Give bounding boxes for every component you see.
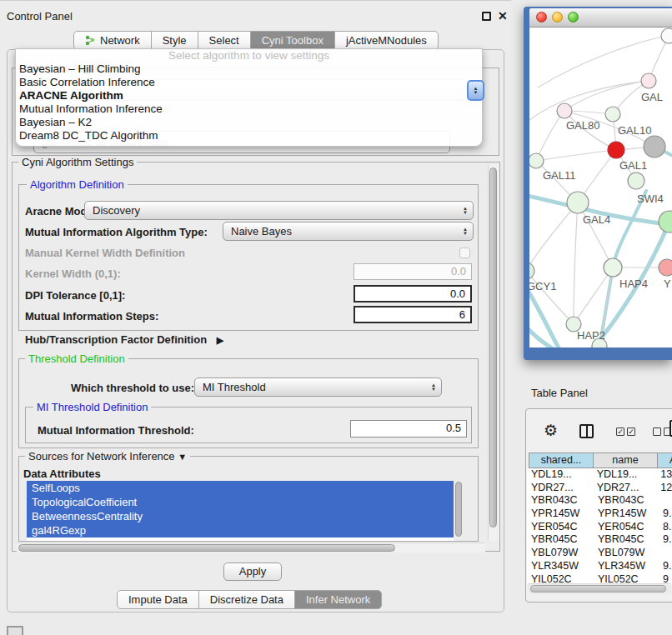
node-salmon[interactable] [659, 259, 672, 276]
kernel-width-label: Kernel Width (0,1): [25, 268, 121, 280]
mi-algorithm-type-combobox[interactable]: Naive Bayes ▲▼ [223, 222, 474, 241]
network-tab-icon [85, 35, 96, 46]
data-attributes-list: SelfLoops TopologicalCoefficient Between… [27, 481, 464, 541]
dropdown-item-bayesian-hill-climbing[interactable]: Bayesian – Hill Climbing [16, 62, 482, 76]
control-panel-tabs: Network Style Select Cyni Toolbox jActiv… [73, 31, 439, 50]
gear-icon[interactable]: ⚙ [544, 421, 558, 440]
mi-steps-input[interactable]: 6 [354, 306, 472, 323]
dropdown-item-dream8[interactable]: Dream8 DC_TDC Algorithm [16, 129, 482, 142]
node-label: HAP4 [619, 278, 648, 290]
node-label: GAL4 [583, 213, 610, 226]
node-label: SWI4 [637, 192, 664, 205]
dropdown-item-mutual-information[interactable]: Mutual Information Inference [16, 102, 482, 116]
apply-button[interactable]: Apply [223, 562, 282, 581]
list-item-topologicalcoefficient[interactable]: TopologicalCoefficient [27, 495, 454, 509]
table-row[interactable]: YBL079WYBL079W [527, 547, 672, 560]
settings-vertical-scrollbar-thumb[interactable] [489, 168, 497, 528]
table-row[interactable]: YBR045CYBR045C9. [527, 533, 672, 547]
dropdown-prompt: Select algorithm to view settings [16, 49, 482, 62]
list-item-betweennesscentrality[interactable]: BetweennessCentrality [27, 509, 454, 523]
node-gal10[interactable] [605, 107, 620, 122]
dropdown-item-basic-correlation[interactable]: Basic Correlation Inference [16, 76, 482, 89]
spinner-arrows-icon: ▲▼ [463, 207, 468, 215]
zoom-traffic-light[interactable] [568, 12, 579, 22]
spinner-arrows-icon: ▲▼ [463, 228, 468, 236]
bottom-tabs: Impute Data Discretize Data Infer Networ… [117, 590, 382, 609]
minimize-traffic-light[interactable] [552, 12, 563, 22]
select-all-columns-icon[interactable]: ✓ ✓ [616, 428, 635, 436]
node-label: GAL80 [566, 119, 599, 132]
dpi-tolerance-label: DPI Tolerance [0,1]: [25, 289, 125, 302]
tab-select[interactable]: Select [198, 31, 251, 50]
application: Control Panel ✕ Inference Algorithm gal-… [0, 0, 672, 635]
table-row[interactable]: YER054CYER054C8. [527, 521, 672, 534]
float-window-icon[interactable] [482, 12, 491, 21]
close-traffic-light[interactable] [536, 12, 547, 22]
kernel-width-input[interactable]: 0.0 [354, 263, 472, 280]
columns-icon[interactable] [579, 424, 594, 438]
hub-expander[interactable]: Hub/Transcription Factor Definition ▶ [25, 333, 223, 346]
node-gal4[interactable] [567, 192, 589, 213]
sources-group-title[interactable]: Sources for Network Inference ▼ [25, 450, 190, 462]
node-label: Y [664, 278, 671, 290]
aracne-mode-combobox[interactable]: Discovery ▲▼ [84, 201, 474, 220]
node-selected-red[interactable] [608, 142, 624, 158]
node-swi4[interactable] [659, 211, 672, 232]
node-label: GAL11 [543, 169, 576, 182]
network-window-titlebar[interactable] [529, 8, 672, 28]
manual-kernel-width-label: Manual Kernel Width Definition [25, 247, 185, 259]
column-header-partial[interactable]: A [657, 452, 672, 468]
tab-cyni-toolbox[interactable]: Cyni Toolbox [250, 31, 335, 50]
node-label: GAL1 [619, 159, 647, 172]
table-header: shared... name A [529, 452, 672, 468]
node-gal80[interactable] [557, 103, 572, 118]
list-scrollbar[interactable] [454, 481, 464, 541]
combobox-spinner-button[interactable]: ▲ ▼ [467, 80, 484, 101]
node-gal11[interactable] [529, 153, 544, 168]
spinner-arrows-icon: ▲▼ [431, 383, 436, 392]
bottom-left-widget-icon[interactable] [7, 626, 23, 635]
node-hap4[interactable] [604, 258, 622, 277]
tab-discretize-data[interactable]: Discretize Data [198, 590, 295, 609]
node-label: GCY1 [529, 280, 556, 292]
settings-horizontal-scrollbar-thumb[interactable] [18, 544, 395, 552]
control-panel-window: Control Panel ✕ Inference Algorithm gal-… [0, 0, 511, 613]
node-label: GAL10 [618, 124, 651, 137]
table-row[interactable]: YIL052CYIL052C9 [527, 573, 672, 585]
table-row[interactable]: YDR27...YDR27...12 [527, 482, 672, 495]
tab-impute-data[interactable]: Impute Data [117, 590, 199, 609]
node-unlabeled-top[interactable] [661, 28, 672, 43]
table-row[interactable]: YDL19...YDL19...13 [527, 468, 672, 482]
list-scrollbar-thumb[interactable] [455, 482, 462, 537]
tab-style[interactable]: Style [151, 31, 198, 50]
which-threshold-combobox[interactable]: MI Threshold ▲▼ [194, 378, 442, 397]
mi-threshold-input[interactable]: 0.5 [350, 420, 467, 438]
node-gal1[interactable] [628, 172, 644, 189]
tab-network[interactable]: Network [73, 31, 152, 50]
column-header-name[interactable]: name [593, 452, 658, 468]
dropdown-item-aracne[interactable]: ARACNE Algorithm [16, 89, 482, 102]
table-row[interactable]: YLR345WYLR345W9. [527, 560, 672, 573]
list-item-selfloops[interactable]: SelfLoops [27, 481, 454, 495]
table-panel-title: Table Panel [531, 387, 588, 399]
list-item-gal4rgexp[interactable]: gal4RGexp [27, 523, 454, 538]
node-gal7[interactable] [641, 73, 656, 88]
table-horizontal-scrollbar-thumb[interactable] [530, 585, 666, 592]
dpi-tolerance-input[interactable]: 0.0 [354, 285, 472, 302]
algorithm-definition-title: Algorithm Definition [27, 178, 128, 191]
node-gcy1[interactable] [529, 262, 534, 279]
dropdown-item-bayesian-k2[interactable]: Bayesian – K2 [16, 116, 482, 129]
manual-kernel-width-checkbox[interactable] [459, 248, 470, 258]
network-canvas[interactable]: GAL GAL80 GAL10 GAL1 GAL11 SWI4 GAL4 GCY… [529, 28, 672, 348]
tab-jactivemnodules[interactable]: jActiveMNodules [334, 31, 439, 50]
node-label: HAP2 [577, 329, 605, 342]
tab-infer-network[interactable]: Infer Network [294, 590, 382, 609]
column-header-shared-name[interactable]: shared... [529, 452, 594, 468]
node-gray[interactable] [644, 136, 665, 158]
close-icon[interactable]: ✕ [498, 9, 508, 22]
mi-algorithm-type-label: Mutual Information Algorithm Type: [25, 226, 208, 238]
table-row[interactable]: YBR043CYBR043C [527, 494, 672, 508]
which-threshold-label: Which threshold to use: [71, 382, 194, 394]
algorithm-dropdown-popup: Select algorithm to view settings Bayesi… [15, 48, 483, 147]
table-row[interactable]: YPR145WYPR145W9. [527, 508, 672, 521]
